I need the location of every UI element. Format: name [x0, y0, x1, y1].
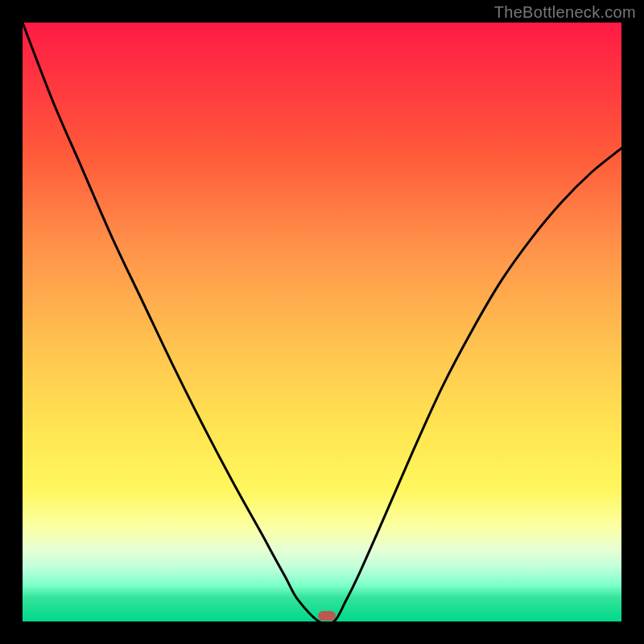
- watermark-text: TheBottleneck.com: [494, 3, 636, 22]
- optimum-marker: [318, 611, 336, 621]
- bottleneck-curve: [23, 23, 621, 621]
- plot-area: [23, 23, 621, 621]
- chart-frame: TheBottleneck.com: [0, 0, 644, 644]
